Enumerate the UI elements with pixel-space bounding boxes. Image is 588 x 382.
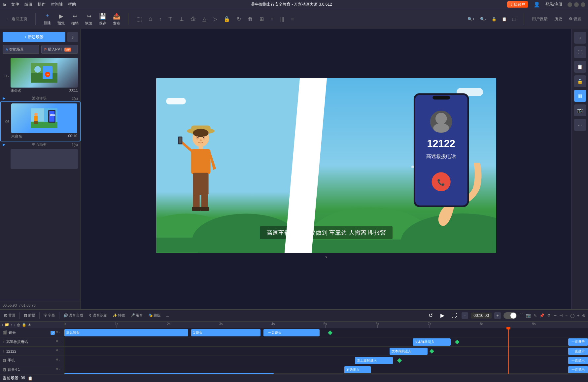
- timeline-split-btn[interactable]: ⊢: [553, 313, 557, 318]
- shape-tool[interactable]: △: [202, 16, 206, 22]
- align-top-tool[interactable]: ⊤: [168, 16, 173, 22]
- phone-action-2[interactable]: ·: [60, 359, 61, 362]
- upgrade-button[interactable]: 升级账户: [507, 1, 528, 8]
- timeline-edit-btn[interactable]: ✎: [534, 313, 537, 318]
- extra-tool[interactable]: ⬚: [512, 17, 516, 21]
- right-panel-active-btn[interactable]: ▦: [574, 90, 586, 102]
- stt-tool-btn[interactable]: 🎙 语音识别: [87, 312, 109, 319]
- fullscreen-btn[interactable]: ⛶: [450, 311, 459, 320]
- rotate-tool[interactable]: ↻: [237, 16, 241, 22]
- bg-tool-btn[interactable]: 🖼 背景: [3, 312, 17, 319]
- ppt-insert-button[interactable]: P 插入PPT VIP: [41, 45, 78, 54]
- camera-action-2[interactable]: ·: [60, 331, 61, 334]
- effects-tool-btn[interactable]: ✨ 特效: [111, 312, 126, 319]
- close-button[interactable]: ✕: [581, 2, 585, 7]
- toolbar-save-button[interactable]: 💾 保存: [99, 13, 106, 26]
- tts-tool-btn[interactable]: 🔊 语音合成: [62, 312, 85, 319]
- align-tool[interactable]: ≡: [291, 16, 294, 22]
- transition-center[interactable]: ▶ 中心渐变 1(s): [0, 141, 81, 148]
- timeline-zoom-in-btn[interactable]: +: [577, 313, 579, 318]
- track-add-btn[interactable]: +: [1, 323, 3, 327]
- toolbar-undo-button[interactable]: ↩ 撤销: [71, 13, 79, 26]
- select-tool[interactable]: ⬚: [136, 16, 142, 23]
- settings-button[interactable]: ⚙ 设置: [569, 16, 581, 22]
- time-increase-btn[interactable]: +: [494, 312, 501, 319]
- highway-action-1[interactable]: ·: [59, 340, 60, 344]
- timeline-zoom-out-btn[interactable]: −: [565, 313, 568, 318]
- timeline-scrollbar-thumb[interactable]: [64, 373, 274, 374]
- ai-scene-button[interactable]: A 智能场景: [3, 45, 39, 54]
- back-home-button[interactable]: ← 返回主页: [7, 16, 27, 22]
- bg41-action-1[interactable]: ·: [59, 368, 60, 371]
- toolbar-preview-button[interactable]: ▶ 预览: [57, 13, 65, 26]
- track-lock-btn[interactable]: 🔒: [22, 323, 26, 327]
- zoom-out-button[interactable]: 🔍-: [480, 17, 486, 21]
- arrow-tool[interactable]: ▷: [213, 16, 217, 22]
- menu-operate[interactable]: 操作: [38, 2, 46, 7]
- track-delete-btn[interactable]: 🗑: [17, 323, 20, 327]
- toolbar-publish-button[interactable]: 📤 发布: [113, 13, 120, 26]
- right-panel-tool-btn[interactable]: 📷: [574, 104, 586, 116]
- right-panel-fullscreen-btn[interactable]: ⛶: [574, 46, 586, 58]
- track-block-camera-1[interactable]: 1 镜头: [191, 329, 260, 336]
- menu-edit[interactable]: 编辑: [24, 2, 32, 7]
- maximize-button[interactable]: □: [574, 2, 579, 7]
- zoom-in-button[interactable]: 🔍+: [467, 17, 475, 21]
- lock-button[interactable]: 🔒: [492, 17, 497, 21]
- reset-play-btn[interactable]: ↺: [426, 311, 435, 320]
- scene-item-06[interactable]: 06: [0, 101, 81, 141]
- track-folder-btn[interactable]: 📁: [5, 323, 9, 327]
- track-move-down-btn[interactable]: ↓: [14, 323, 16, 327]
- track-block-phone[interactable]: 左上旋转进入: [355, 357, 393, 364]
- timeline-cursor[interactable]: [508, 328, 509, 374]
- transition-wave[interactable]: ▶ 波浪转场 2(s): [0, 95, 81, 101]
- toolbar-redo-button[interactable]: ↪ 恢复: [85, 13, 92, 26]
- track-eye-btn[interactable]: 👁: [28, 323, 31, 327]
- minimize-button[interactable]: —: [568, 2, 572, 7]
- timeline-merge-btn[interactable]: ⊣: [559, 313, 563, 318]
- timeline-zoom-slider[interactable]: ◯: [570, 313, 574, 318]
- menu-file[interactable]: 文件: [11, 2, 19, 7]
- menu-timeline[interactable]: 时间轴: [51, 2, 63, 7]
- right-panel-music-btn[interactable]: ♪: [574, 32, 586, 44]
- lock-tool[interactable]: 🔒: [224, 16, 230, 22]
- scene-item-05[interactable]: 05 ⊘: [0, 57, 81, 95]
- home-tool[interactable]: ⌂: [149, 16, 152, 22]
- crop-tool[interactable]: ⊞: [259, 16, 264, 22]
- 12122-action-2[interactable]: ·: [60, 349, 61, 353]
- timeline-filter-btn[interactable]: ⚗: [547, 313, 551, 318]
- user-feedback-button[interactable]: 用户反馈: [532, 16, 548, 22]
- align-bottom-tool[interactable]: ⊥: [179, 16, 184, 22]
- align-full-tool[interactable]: 企: [190, 16, 196, 22]
- timeline-camera-btn[interactable]: 📷: [526, 313, 531, 318]
- camera-action-1[interactable]: ·: [59, 331, 60, 334]
- track-move-up-btn[interactable]: ↑: [11, 323, 13, 327]
- toggle-switch[interactable]: [503, 312, 517, 319]
- timeline-add-keyframe-btn[interactable]: ⊕: [582, 313, 585, 318]
- caption-tool-btn[interactable]: 字 字幕: [42, 312, 56, 319]
- new-scene-button[interactable]: + 新建场景: [3, 32, 65, 42]
- track-block-bg41[interactable]: 右边渐入: [344, 366, 371, 373]
- delete-tool[interactable]: 🗑: [248, 16, 253, 22]
- more-tools-btn[interactable]: ...: [165, 313, 170, 318]
- timeline-fullscreen-btn[interactable]: ⛶: [519, 313, 523, 318]
- record-tool-btn[interactable]: 🎤 录音: [129, 312, 144, 319]
- bg41-action-2[interactable]: ·: [60, 368, 61, 371]
- 12122-action-1[interactable]: ·: [59, 349, 60, 353]
- music-button[interactable]: ♪: [67, 32, 78, 42]
- timeline-pin-btn[interactable]: 📌: [539, 313, 544, 318]
- phone-action-1[interactable]: ·: [59, 359, 60, 362]
- play-button[interactable]: ▶: [438, 311, 447, 320]
- history-button[interactable]: 历史: [554, 16, 562, 22]
- right-panel-lock-btn[interactable]: 🔒: [574, 75, 586, 87]
- fg-tool-btn[interactable]: 🖼 前景: [22, 312, 37, 319]
- time-decrease-btn[interactable]: -: [462, 312, 468, 319]
- camera-help-badge[interactable]: ?: [51, 331, 55, 335]
- right-panel-copy-btn[interactable]: 📋: [574, 61, 586, 73]
- track-block-12122[interactable]: 文本弹跳进入: [390, 348, 428, 355]
- highway-action-2[interactable]: ·: [60, 340, 61, 344]
- right-panel-more-btn[interactable]: ···: [574, 119, 586, 131]
- canvas-frame[interactable]: 📷: [156, 78, 496, 253]
- copy-button[interactable]: 📋: [502, 17, 507, 21]
- flip-v-tool[interactable]: |||: [280, 16, 284, 22]
